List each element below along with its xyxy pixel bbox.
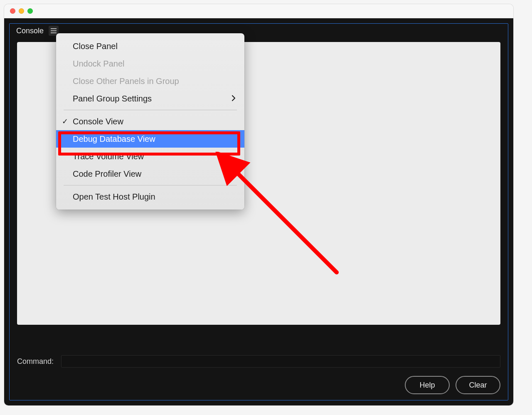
- minimize-icon[interactable]: [19, 8, 24, 14]
- button-row: Help Clear: [10, 372, 508, 400]
- menu-item-code-profiler-view[interactable]: Code Profiler View: [56, 165, 244, 183]
- command-row: Command:: [10, 346, 508, 372]
- hamburger-icon: [51, 28, 57, 29]
- clear-button[interactable]: Clear: [456, 376, 500, 394]
- menu-item-trace-volume-view[interactable]: Trace Volume View: [56, 148, 244, 165]
- menu-item-label: Debug Database View: [73, 134, 155, 144]
- menu-item-open-test-host-plugin[interactable]: Open Test Host Plugin: [56, 188, 244, 205]
- menu-item-label: Undock Panel: [73, 59, 125, 69]
- panel-dropdown-menu: Close Panel Undock Panel Close Other Pan…: [56, 33, 244, 210]
- maximize-icon[interactable]: [27, 8, 33, 14]
- titlebar: [4, 4, 513, 18]
- app-window: Console Command: Help Clear Close P: [4, 4, 513, 405]
- tab-console[interactable]: Console: [13, 25, 47, 37]
- menu-item-label: Close Panel: [73, 42, 118, 51]
- menu-item-close-other-panels: Close Other Panels in Group: [56, 72, 244, 90]
- chevron-right-icon: [231, 94, 236, 104]
- close-icon[interactable]: [10, 8, 15, 14]
- command-label: Command:: [17, 357, 54, 366]
- menu-item-label: Console View: [73, 117, 123, 126]
- command-input[interactable]: [61, 355, 500, 368]
- menu-item-label: Open Test Host Plugin: [73, 192, 155, 202]
- menu-divider: [64, 110, 237, 110]
- menu-item-label: Panel Group Settings: [73, 94, 152, 104]
- help-button[interactable]: Help: [405, 376, 450, 394]
- checkmark-icon: ✓: [62, 117, 68, 126]
- menu-item-label: Trace Volume View: [73, 152, 144, 161]
- menu-item-console-view[interactable]: ✓ Console View: [56, 113, 244, 130]
- menu-item-label: Close Other Panels in Group: [73, 77, 179, 86]
- menu-item-debug-database-view[interactable]: Debug Database View: [56, 130, 244, 148]
- menu-item-close-panel[interactable]: Close Panel: [56, 37, 244, 55]
- menu-divider: [64, 185, 237, 185]
- menu-item-panel-group-settings[interactable]: Panel Group Settings: [56, 90, 244, 107]
- menu-item-undock-panel: Undock Panel: [56, 55, 244, 72]
- menu-item-label: Code Profiler View: [73, 169, 141, 179]
